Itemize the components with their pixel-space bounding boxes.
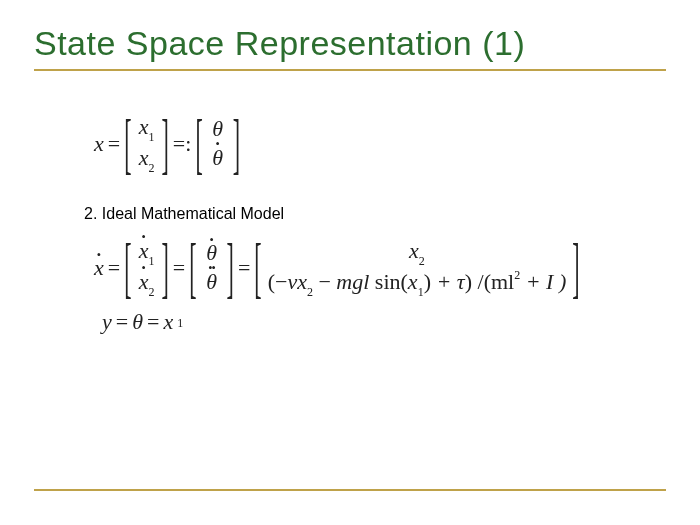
vector-theta: θ •θ	[207, 115, 229, 172]
equation-state-vector: x = x1 x2 =: θ •θ	[94, 113, 656, 175]
slide-body: x = x1 x2 =: θ •θ 2. Ideal Mathematical …	[34, 79, 666, 335]
bracket-r1	[162, 228, 169, 309]
vector-x1x2: x1 x2	[136, 113, 158, 175]
eq1-equals-1: =	[108, 131, 120, 157]
equation-state-derivative: •x = •x1 •x2 = •θ ••θ = x2 (	[94, 237, 656, 299]
bracket-left	[124, 104, 131, 185]
vector-thetadot: •θ ••θ	[201, 239, 223, 296]
bracket-l2	[189, 228, 196, 309]
eq1-lhs: x	[94, 131, 104, 157]
bracket-l1	[124, 228, 131, 309]
eq2-xdot: •x	[94, 255, 104, 281]
slide-title: State Space Representation (1)	[34, 24, 666, 63]
vector-xdot12: •x1 •x2	[136, 237, 158, 299]
section-label: 2. Ideal Mathematical Model	[84, 205, 656, 223]
bracket-right-2	[233, 104, 240, 185]
bracket-l3	[254, 228, 261, 309]
bracket-r3	[572, 228, 579, 309]
bracket-left-2	[195, 104, 202, 185]
bracket-r2	[227, 228, 234, 309]
footer-rule	[34, 489, 666, 491]
vector-dynamics: x2 (−νx2 − mgl sin(x1) + τ) /(ml2 + I )	[266, 238, 569, 299]
bracket-right	[162, 104, 169, 185]
eq1-equals-colon: =:	[173, 131, 192, 157]
title-underline	[34, 69, 666, 71]
equation-output: y = θ = x1	[102, 309, 656, 335]
slide: State Space Representation (1) x = x1 x2…	[0, 0, 700, 525]
